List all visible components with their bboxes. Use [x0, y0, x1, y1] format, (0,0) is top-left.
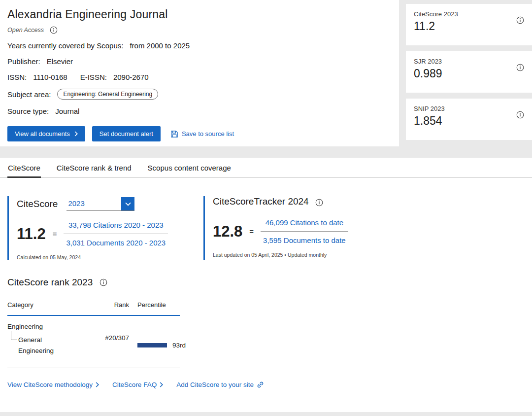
percentile-bar	[137, 343, 169, 347]
view-citescore-methodology-link[interactable]: View CiteScore methodology	[7, 381, 99, 388]
coverage-value: from 2000 to 2025	[130, 41, 190, 50]
rank-section-head: CiteScore rank 2023	[7, 277, 525, 288]
publisher-row: Publisher: Elsevier	[7, 57, 392, 66]
tracker-heading: CiteScoreTracker 2024	[213, 196, 309, 208]
rank-info-icon[interactable]	[100, 278, 107, 286]
percentile-column-header: Percentile	[129, 301, 180, 309]
open-access-row: Open Access	[7, 26, 392, 34]
metric-value: 1.854	[414, 114, 524, 128]
issn-row: ISSN: 1110-0168 E-ISSN: 2090-2670	[7, 73, 392, 81]
equals-sign: =	[53, 230, 57, 238]
tab-scopus-content-coverage[interactable]: Scopus content coverage	[147, 158, 232, 178]
set-document-alert-button[interactable]: Set document alert	[92, 126, 161, 141]
subject-area-row: Subject area: Engineering: General Engin…	[7, 89, 392, 100]
link-label: CiteScore FAQ	[112, 381, 157, 388]
source-type-value: Journal	[55, 107, 79, 115]
category-parent: Engineering	[7, 323, 99, 330]
chevron-right-icon	[160, 382, 163, 387]
tab-label: CiteScore rank & trend	[57, 164, 132, 172]
tracker-updated-note: Last updated on 05 April, 2025 • Updated…	[213, 252, 387, 258]
eissn-label: E-ISSN:	[80, 73, 107, 81]
tab-citescore-rank-trend[interactable]: CiteScore rank & trend	[56, 158, 132, 178]
citescore-panel-head: CiteScore 2023	[17, 196, 196, 211]
metrics-sidebar: CiteScore 2023 11.2 SJR 2023 0.989 SNIP …	[399, 0, 532, 146]
link-label: Add CiteScore to your site	[176, 381, 254, 388]
metric-value: 0.989	[414, 67, 524, 80]
citescore-footer-links: View CiteScore methodology CiteScore FAQ…	[7, 381, 525, 388]
save-to-source-list-link[interactable]: Save to source list	[170, 130, 234, 138]
source-info-panel: Alexandria Engineering Journal Open Acce…	[0, 0, 399, 146]
metric-card-sjr: SJR 2023 0.989	[406, 51, 532, 93]
percentile-cell: 93rd	[129, 323, 186, 356]
set-document-alert-label: Set document alert	[100, 130, 153, 138]
metric-card-citescore: CiteScore 2023 11.2	[406, 4, 532, 45]
percentile-label: 93rd	[172, 342, 186, 349]
citescore-year-value: 2023	[66, 199, 84, 210]
citescore-panel: CiteScore 2023 11.2 = 33,798 Citations 2…	[7, 196, 196, 260]
tracker-calculation: 12.8 = 46,099 Citations to date 3,595 Do…	[213, 218, 387, 244]
add-citescore-to-site-link[interactable]: Add CiteScore to your site	[176, 381, 264, 388]
rank-table-header: Category Rank Percentile	[7, 301, 180, 316]
tab-citescore[interactable]: CiteScore	[7, 158, 41, 178]
citescore-tab-content: CiteScore 2023 11.2 = 33,798 Citations 2…	[0, 196, 532, 388]
rank-heading: CiteScore rank 2023	[7, 277, 93, 288]
view-all-documents-label: View all documents	[15, 130, 70, 138]
chevron-right-icon	[96, 382, 99, 387]
metric-label: CiteScore 2023	[414, 10, 524, 18]
source-type-label: Source type:	[7, 107, 49, 115]
chevron-right-icon	[74, 131, 78, 137]
citescore-fraction: 33,798 Citations 2020 - 2023 3,031 Docum…	[64, 221, 168, 247]
bottom-band	[0, 412, 532, 416]
tracker-value: 12.8	[213, 223, 242, 241]
open-access-info-icon[interactable]	[50, 26, 58, 34]
tab-label: CiteScore	[8, 164, 40, 172]
percentile-bar-fill	[137, 343, 167, 347]
metric-value: 11.2	[414, 20, 524, 33]
category-child: General Engineering	[18, 335, 61, 356]
journal-title: Alexandria Engineering Journal	[7, 8, 392, 21]
citescore-calculation: 11.2 = 33,798 Citations 2020 - 2023 3,03…	[17, 221, 196, 247]
rank-cell: #20/307	[99, 323, 129, 356]
metric-label: SJR 2023	[414, 58, 524, 65]
subject-area-badge[interactable]: Engineering: General Engineering	[57, 89, 158, 100]
citescore-tracker-panel: CiteScoreTracker 2024 12.8 = 46,099 Cita…	[203, 196, 387, 260]
year-select-dropdown-button[interactable]	[121, 197, 134, 210]
source-type-row: Source type: Journal	[7, 107, 392, 115]
tab-label: Scopus content coverage	[148, 164, 231, 172]
tracker-documents-link[interactable]: 3,595 Documents to date	[261, 232, 348, 244]
citescore-heading: CiteScore	[17, 199, 58, 211]
scopus-source-page: Alexandria Engineering Journal Open Acce…	[0, 0, 532, 416]
citations-link[interactable]: 33,798 Citations 2020 - 2023	[64, 221, 168, 234]
documents-link[interactable]: 3,031 Documents 2020 - 2023	[64, 234, 168, 247]
tracker-fraction: 46,099 Citations to date 3,595 Documents…	[261, 218, 348, 244]
publisher-label: Publisher:	[7, 57, 40, 66]
category-column-header: Category	[7, 301, 99, 309]
category-cell: Engineering General Engineering	[7, 323, 99, 356]
section-divider-band	[0, 146, 532, 158]
sjr-info-icon[interactable]	[516, 64, 524, 71]
save-icon	[170, 130, 178, 138]
coverage-label: Years currently covered by Scopus:	[7, 41, 123, 50]
citescore-value: 11.2	[17, 225, 46, 243]
open-access-label: Open Access	[7, 27, 44, 34]
tracker-info-icon[interactable]	[315, 199, 323, 207]
source-header-area: Alexandria Engineering Journal Open Acce…	[0, 0, 532, 146]
citescore-year-select[interactable]: 2023	[66, 196, 134, 211]
metric-card-snip: SNIP 2023 1.854	[406, 99, 532, 140]
rank-table-row: Engineering General Engineering #20/307 …	[7, 316, 180, 368]
citescore-panels: CiteScore 2023 11.2 = 33,798 Citations 2…	[7, 196, 525, 260]
citescore-info-icon[interactable]	[516, 16, 524, 24]
tracker-citations-link[interactable]: 46,099 Citations to date	[261, 218, 348, 232]
view-all-documents-button[interactable]: View all documents	[7, 126, 85, 141]
link-label: View CiteScore methodology	[7, 381, 93, 388]
save-to-source-list-label: Save to source list	[182, 130, 234, 138]
equals-sign: =	[249, 227, 254, 236]
snip-info-icon[interactable]	[516, 111, 524, 119]
issn-label: ISSN:	[7, 73, 27, 81]
citescore-faq-link[interactable]: CiteScore FAQ	[112, 381, 163, 388]
coverage-row: Years currently covered by Scopus: from …	[7, 41, 392, 50]
subject-area-label: Subject area:	[7, 90, 51, 99]
source-actions-row: View all documents Set document alert Sa…	[7, 126, 392, 141]
tracker-panel-head: CiteScoreTracker 2024	[213, 196, 387, 208]
publisher-value: Elsevier	[47, 57, 73, 66]
